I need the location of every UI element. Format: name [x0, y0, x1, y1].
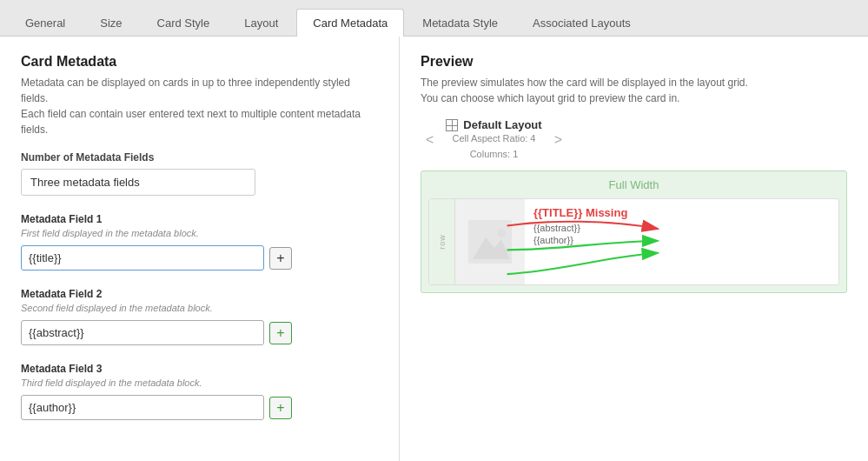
- prev-layout-button[interactable]: <: [421, 130, 439, 150]
- field2-plus-button[interactable]: +: [269, 322, 292, 344]
- field3-input[interactable]: [21, 395, 264, 420]
- field1-desc: First field displayed in the metadata bl…: [21, 228, 378, 238]
- missing-title-text: {{TITLE}} Missing: [533, 206, 830, 219]
- field2-desc: Second field displayed in the metadata b…: [21, 303, 378, 313]
- panel-description: Metadata can be displayed on cards in up…: [21, 75, 378, 137]
- layout-info: Default Layout Cell Aspect Ratio: 4 Colu…: [446, 118, 541, 162]
- field2-title: Metadata Field 2: [21, 288, 378, 300]
- card-image-area: [455, 199, 525, 284]
- layout-details: Cell Aspect Ratio: 4 Columns: 1: [446, 131, 541, 162]
- tab-card-metadata[interactable]: Card Metadata: [296, 9, 404, 37]
- grid-icon: [446, 119, 458, 131]
- field1-input-row: +: [21, 245, 378, 271]
- image-placeholder-icon: [468, 220, 512, 264]
- tab-layout[interactable]: Layout: [228, 9, 295, 37]
- num-fields-dropdown[interactable]: One metadata field Two metadata fields T…: [21, 169, 255, 196]
- field2-input[interactable]: [21, 320, 264, 345]
- preview-desc: The preview simulates how the card will …: [421, 75, 751, 106]
- dropdown-wrapper: One metadata field Two metadata fields T…: [21, 169, 378, 196]
- main-content: Card Metadata Metadata can be displayed …: [0, 37, 868, 461]
- field1-input[interactable]: [21, 245, 264, 271]
- field1-title: Metadata Field 1: [21, 213, 378, 225]
- next-layout-button[interactable]: >: [549, 130, 567, 150]
- field3-input-row: +: [21, 395, 378, 420]
- card-preview: row {{TITLE}} Missing {{abstract}} {{aut…: [428, 198, 839, 285]
- tab-size[interactable]: Size: [83, 9, 138, 37]
- metadata-field-3-section: Metadata Field 3 Third field displayed i…: [21, 363, 378, 420]
- field3-desc: Third field displayed in the metadata bl…: [21, 377, 378, 388]
- right-panel: Preview The preview simulates how the ca…: [400, 37, 868, 461]
- meta-author-line: {{author}}: [533, 235, 830, 245]
- card-left-strip: row: [429, 199, 455, 284]
- tab-general[interactable]: General: [9, 9, 82, 37]
- tab-card-style[interactable]: Card Style: [141, 9, 227, 37]
- field1-plus-button[interactable]: +: [269, 247, 292, 270]
- preview-area: Full Width row {{TITLE}} Missing {{abstr…: [421, 170, 847, 293]
- full-width-label: Full Width: [428, 178, 839, 191]
- metadata-field-2-section: Metadata Field 2 Second field displayed …: [21, 288, 378, 345]
- card-metadata-area: {{TITLE}} Missing {{abstract}} {{author}…: [525, 199, 838, 284]
- layout-navigator: < Default Layout Cell Aspect Ratio: 4 Co…: [421, 118, 847, 162]
- metadata-field-1-section: Metadata Field 1 First field displayed i…: [21, 213, 378, 271]
- tab-metadata-style[interactable]: Metadata Style: [406, 9, 514, 37]
- svg-point-2: [497, 229, 506, 237]
- field3-plus-button[interactable]: +: [269, 397, 292, 419]
- row-label: row: [437, 234, 446, 250]
- num-fields-label: Number of Metadata Fields: [21, 151, 378, 164]
- panel-title: Card Metadata: [21, 54, 378, 70]
- tab-associated-layouts[interactable]: Associated Layouts: [516, 9, 647, 37]
- preview-title: Preview: [421, 54, 847, 70]
- left-panel: Card Metadata Metadata can be displayed …: [0, 37, 400, 461]
- field2-input-row: +: [21, 320, 378, 345]
- meta-abstract-line: {{abstract}}: [533, 223, 830, 233]
- field3-title: Metadata Field 3: [21, 363, 378, 375]
- layout-name: Default Layout: [446, 118, 541, 131]
- tab-bar: General Size Card Style Layout Card Meta…: [0, 0, 868, 37]
